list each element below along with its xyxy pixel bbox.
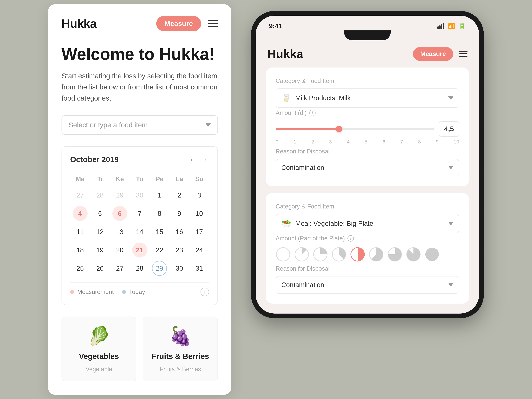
category-card-fruits[interactable]: 🍇 Fruits & Berries Fruits & Berries (143, 317, 218, 381)
card1-food-dropdown[interactable]: 🥛 Milk Products: Milk (276, 89, 459, 108)
card1-slider-fill (276, 128, 339, 130)
card1-amount-label: Amount (dl) i (276, 109, 459, 116)
phone-logo: Hukka (267, 47, 303, 61)
card2-food-item: Meal: Vegetable: Big Plate (295, 220, 373, 227)
card1-slider-thumb[interactable] (336, 126, 342, 132)
card1-reason-value: Contamination (281, 164, 324, 171)
vegetables-icon: 🥬 (86, 325, 112, 347)
fruits-icon: 🍇 (167, 325, 194, 347)
card2-amount-label: Amount (Part of the Plate) i (276, 235, 459, 242)
plate-8-button[interactable] (424, 247, 440, 262)
header-right: Measure (156, 16, 218, 31)
card1-amount-value: 4,5 (439, 121, 459, 137)
chevron-down-icon (205, 123, 211, 127)
logo-left: Hukka (62, 17, 97, 30)
plate-0-button[interactable] (276, 247, 291, 262)
card1-slider-ticks: 0 1 2 3 4 5 6 7 8 9 10 (276, 139, 459, 145)
day-header-ti: Ti (90, 172, 110, 186)
plate-fractions (276, 247, 459, 262)
left-panel: Hukka Measure Welcome to Hukka! Start es… (48, 4, 231, 395)
phone-content: Category & Food Item 🥛 Milk Products: Mi… (256, 68, 479, 304)
salad-bowl-icon: 🥗 (281, 219, 291, 228)
calendar-nav: ‹ › (188, 155, 209, 164)
hamburger-icon-left[interactable] (208, 20, 218, 27)
card1-reason-chevron-icon (448, 166, 454, 169)
card2-category-label: Category & Food Item (276, 203, 459, 210)
day-header-pe: Pe (150, 172, 169, 186)
calendar-prev-button[interactable]: ‹ (188, 155, 196, 164)
card2-reason-chevron-icon (448, 283, 454, 287)
calendar-header: October 2019 ‹ › (70, 155, 209, 164)
notch-area (256, 30, 479, 40)
battery-icon: 🔋 (458, 22, 466, 29)
card1-reason-section: Reason for Disposal Contamination (276, 148, 459, 176)
svg-point-0 (277, 247, 290, 261)
status-icons: 📶 🔋 (437, 22, 466, 29)
plate-6-button[interactable] (387, 247, 402, 262)
welcome-title: Welcome to Hukka! (62, 44, 218, 64)
day-header-ma: Ma (70, 172, 90, 186)
phone-header-right: Measure (413, 47, 468, 61)
status-bar: 9:41 📶 🔋 (256, 16, 479, 30)
day-header-ke: Ke (110, 172, 130, 186)
legend-today: Today (122, 288, 145, 295)
card2-reason-section: Reason for Disposal Contamination (276, 265, 459, 294)
phone-frame: 9:41 📶 🔋 (251, 11, 484, 318)
fruits-sub: Fruits & Berries (160, 366, 201, 373)
card1-chevron-icon (448, 96, 454, 100)
card2-amount-section: Amount (Part of the Plate) i (276, 235, 459, 262)
measure-button-left[interactable]: Measure (156, 16, 201, 31)
calendar-next-button[interactable]: › (201, 155, 209, 164)
phone-hamburger-icon[interactable] (459, 51, 468, 57)
svg-point-8 (425, 247, 439, 261)
calendar: October 2019 ‹ › Ma Ti Ke To Pe La Su 27… (62, 146, 218, 305)
card1-amount-section: Amount (dl) i 4,5 0 (276, 109, 459, 145)
card1-amount-info-button[interactable]: i (309, 110, 316, 116)
card2-food-dropdown[interactable]: 🥗 Meal: Vegetable: Big Plate (276, 214, 459, 233)
wifi-icon: 📶 (448, 22, 455, 29)
food-select-placeholder: Select or type a food item (69, 121, 148, 129)
card2-reason-value: Contamination (281, 281, 324, 289)
card1-reason-dropdown[interactable]: Contamination (276, 159, 459, 176)
legend-measurement-dot (70, 290, 74, 294)
plate-5-button[interactable] (369, 247, 384, 262)
calendar-legend: Measurement Today i (70, 282, 209, 296)
legend-measurement: Measurement (70, 288, 114, 295)
signal-icon (437, 23, 444, 29)
legend-today-dot (122, 290, 126, 294)
day-header-la: La (169, 172, 189, 186)
card2-reason-dropdown[interactable]: Contamination (276, 276, 459, 294)
food-select-dropdown[interactable]: Select or type a food item (62, 115, 218, 135)
panel-header: Hukka Measure (62, 16, 218, 31)
phone-measure-button[interactable]: Measure (413, 47, 453, 61)
phone-nav: Hukka Measure (256, 40, 479, 68)
phone-wrapper: 9:41 📶 🔋 (251, 11, 484, 318)
category-card-vegetables[interactable]: 🥬 Vegetables Vegetable (62, 317, 136, 381)
card2-chevron-icon (448, 222, 454, 225)
card1-slider-track[interactable] (276, 128, 434, 130)
milk-bottle-icon: 🥛 (281, 93, 291, 103)
notch (344, 30, 391, 40)
plate-7-button[interactable] (406, 247, 421, 262)
day-header-su: Su (189, 172, 209, 186)
scene: Hukka Measure Welcome to Hukka! Start es… (35, 0, 497, 399)
plate-2-button[interactable] (313, 247, 328, 262)
plate-1-button[interactable] (294, 247, 309, 262)
phone-card-meal: Category & Food Item 🥗 Meal: Vegetable: … (266, 193, 469, 304)
legend-measurement-label: Measurement (77, 288, 114, 295)
phone-screen: 9:41 📶 🔋 (256, 16, 479, 314)
plate-4-button[interactable] (350, 247, 365, 262)
fruits-name: Fruits & Berries (152, 352, 209, 361)
card1-reason-label: Reason for Disposal (276, 148, 459, 155)
card2-amount-info-button[interactable]: i (348, 235, 354, 241)
vegetables-name: Vegetables (79, 352, 119, 361)
plate-3-button[interactable] (331, 247, 347, 262)
calendar-info-button[interactable]: i (201, 288, 209, 296)
day-header-to: To (130, 172, 149, 186)
cal-cell[interactable]: 27 (70, 186, 90, 204)
welcome-desc: Start estimating the loss by selecting t… (62, 70, 218, 104)
calendar-month: October 2019 (70, 155, 119, 164)
card2-reason-label: Reason for Disposal (276, 265, 459, 272)
vegetables-sub: Vegetable (86, 366, 112, 373)
card1-slider-row: 4,5 (276, 121, 459, 137)
